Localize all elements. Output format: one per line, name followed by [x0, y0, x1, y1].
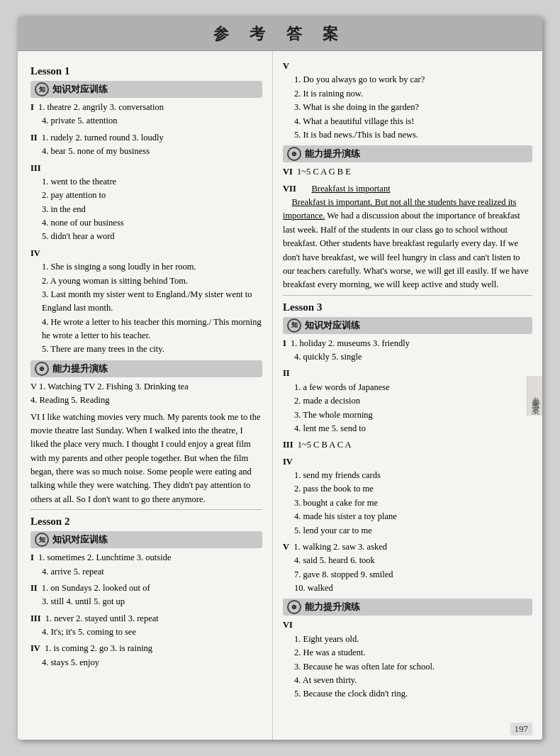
- left-column: Lesson 1 知 知识对应训练 I 1. theatre 2. angril…: [18, 51, 273, 740]
- right-column: V 1. Do you always go to work by car? 2.…: [273, 51, 542, 740]
- l3-II-items: 1. a few words of Japanese 2. made a dec…: [283, 381, 532, 436]
- lesson1-section1-label: 知识对应训练: [52, 83, 108, 96]
- l1-II-row1: II 1. rudely 2. turned round 3. loudly: [30, 131, 262, 145]
- page-wrapper: 参 考 答 案 Lesson 1 知 知识对应训练 I 1. theatre 2…: [0, 0, 560, 756]
- l3-VI-items: 1. Eight years old. 2. He was a student.…: [283, 633, 532, 701]
- l1-III-3: 3. in the end: [42, 203, 262, 216]
- l2-II-row2: 3. still 4. until 5. got up: [30, 595, 262, 608]
- right-V-items: 1. Do you always go to work by car? 2. I…: [283, 73, 532, 142]
- lesson2-II: II 1. on Sundays 2. looked out of 3. sti…: [30, 582, 262, 609]
- l3-III-row: III 1~5 C B A C A: [283, 438, 532, 452]
- lesson1-section2-header: ⊕ 能力提升演练: [30, 360, 262, 377]
- l3-II-3: 3. The whole morning: [294, 408, 532, 422]
- lesson3-title: Lesson 3: [283, 301, 532, 313]
- right-VII-title: Breakfast is important: [312, 184, 391, 194]
- l3-IV-3: 3. bought a cake for me: [294, 496, 532, 510]
- lesson3-section1-label: 知识对应训练: [305, 319, 360, 332]
- right-VI: VI 1~5 C A G B E: [283, 165, 532, 179]
- lesson-divider: [30, 509, 262, 510]
- l2-III-row2: 4. It's; it's 5. coming to see: [30, 626, 262, 639]
- right-V-3: 3. What is she doing in the garden?: [294, 101, 532, 114]
- l3-IV-1: 1. send my friends cards: [294, 469, 532, 482]
- book-page: 参 考 答 案 Lesson 1 知 知识对应训练 I 1. theatre 2…: [18, 16, 542, 740]
- l1-II-row2: 4. bear 5. none of my business: [30, 145, 262, 158]
- l1-IV-3: 3. Last month my sister went to England.…: [42, 288, 262, 316]
- knowledge-icon3: 知: [287, 318, 301, 333]
- l2-IV-row1: IV 1. is coming 2. go 3. is raining: [30, 642, 262, 655]
- right-VII-essay: Breakfast is important. But not all the …: [283, 196, 532, 292]
- lesson3-III: III 1~5 C B A C A: [283, 438, 532, 452]
- l2-II-row1: II 1. on Sundays 2. looked out of: [30, 582, 262, 595]
- ability-icon3: ⊕: [287, 600, 301, 614]
- lesson1-VI-essay: VI I like watching movies very much. My …: [30, 411, 262, 507]
- l1-I-row1: I 1. theatre 2. angrily 3. conversation: [30, 101, 262, 114]
- l1-IV-2: 2. A young woman is sitting behind Tom.: [42, 274, 262, 288]
- lesson1-title: Lesson 1: [30, 65, 262, 77]
- l1-IV-1: 1. She is singing a song loudly in her r…: [42, 260, 262, 274]
- lesson2-section1-label: 知识对应训练: [52, 533, 108, 546]
- l1-VI-essay-text: VI I like watching movies very much. My …: [30, 411, 262, 507]
- knowledge-icon: 知: [35, 82, 49, 96]
- lesson3-section2-label: 能力提升演练: [305, 601, 360, 613]
- l3-VI-1: 1. Eight years old.: [294, 633, 532, 646]
- l2-I-row2: 4. arrive 5. repeat: [30, 565, 262, 579]
- l1-IV-4: 4. He wrote a letter to his teacher this…: [42, 316, 262, 343]
- l1-III-items: 1. went to the theatre 2. pay attention …: [30, 175, 262, 244]
- l3-IV-4: 4. made his sister a toy plane: [294, 510, 532, 523]
- l1-I-row2: 4. private 5. attention: [30, 114, 262, 128]
- l3-VI-2: 2. He was a student.: [294, 646, 532, 660]
- l1-III-4: 4. none of our business: [42, 216, 262, 230]
- lesson2-section1-header: 知 知识对应训练: [30, 531, 262, 548]
- l1-III-label: III: [30, 162, 262, 175]
- right-VII-label: VII Breakfast is important: [283, 182, 532, 196]
- title-bar: 参 考 答 案: [18, 16, 542, 51]
- content-area: Lesson 1 知 知识对应训练 I 1. theatre 2. angril…: [18, 51, 542, 740]
- l3-I-row1: I 1. holiday 2. museums 3. friendly: [283, 337, 532, 350]
- l3-V-row4: 10. walked: [283, 582, 532, 595]
- l1-IV-items: 1. She is singing a song loudly in her r…: [30, 260, 262, 357]
- knowledge-icon2: 知: [35, 533, 49, 547]
- l1-III-5: 5. didn't hear a word: [42, 230, 262, 243]
- l3-I-row2: 4. quickly 5. single: [283, 350, 532, 364]
- lesson1-III: III 1. went to the theatre 2. pay attent…: [30, 162, 262, 244]
- l3-VI-3: 3. Because he was often late for school.: [294, 660, 532, 674]
- page-number: 197: [510, 723, 533, 735]
- l3-VI-5: 5. Because the clock didn't ring.: [294, 687, 532, 701]
- right-VII: VII Breakfast is important Breakfast is …: [283, 182, 532, 292]
- l3-II-label: II: [283, 367, 532, 380]
- l3-II-2: 2. made a decision: [294, 394, 532, 408]
- lesson2-III: III 1. never 2. stayed until 3. repeat 4…: [30, 612, 262, 640]
- lesson2-IV: IV 1. is coming 2. go 3. is raining 4. s…: [30, 642, 262, 669]
- lesson2-title: Lesson 2: [30, 516, 262, 528]
- l1-IV-label: IV: [30, 247, 262, 260]
- ability-icon: ⊕: [35, 362, 49, 376]
- lesson1-II: II 1. rudely 2. turned round 3. loudly 4…: [30, 131, 262, 159]
- lesson3-II: II 1. a few words of Japanese 2. made a …: [283, 367, 532, 435]
- l3-V-row3: 7. gave 8. stopped 9. smiled: [283, 568, 532, 582]
- l3-IV-items: 1. send my friends cards 2. pass the boo…: [283, 469, 532, 538]
- right-V-2: 2. It is raining now.: [294, 87, 532, 101]
- l3-II-1: 1. a few words of Japanese: [294, 381, 532, 394]
- right-section2-header: ⊕ 能力提升演练: [283, 145, 532, 162]
- lesson3-I: I 1. holiday 2. museums 3. friendly 4. q…: [283, 337, 532, 365]
- lesson2-I: I 1. sometimes 2. Lunchtime 3. outside 4…: [30, 551, 262, 579]
- l3-VI-label: VI: [283, 618, 532, 632]
- l1-V-row2: 4. Reading 5. Reading: [30, 394, 262, 407]
- l3-IV-2: 2. pass the book to me: [294, 482, 532, 496]
- l3-IV-label: IV: [283, 455, 532, 469]
- right-V-5: 5. It is bad news./This is bad news.: [294, 128, 532, 142]
- l1-III-1: 1. went to the theatre: [42, 175, 262, 189]
- l3-V-row1: V 1. walking 2. saw 3. asked: [283, 540, 532, 554]
- l1-V-row1: V 1. Watching TV 2. Fishing 3. Drinking …: [30, 380, 262, 394]
- l2-III-row1: III 1. never 2. stayed until 3. repeat: [30, 612, 262, 626]
- right-V-4: 4. What a beautiful village this is!: [294, 115, 532, 128]
- right-VI-text: VI 1~5 C A G B E: [283, 165, 532, 179]
- right-V: V 1. Do you always go to work by car? 2.…: [283, 60, 532, 142]
- lesson3-divider: [283, 295, 532, 296]
- lesson3-VI: VI 1. Eight years old. 2. He was a stude…: [283, 618, 532, 701]
- l1-IV-5: 5. There are many trees in the city.: [42, 343, 262, 356]
- lesson3-section2-header: ⊕ 能力提升演练: [283, 599, 532, 616]
- lesson1-I: I 1. theatre 2. angrily 3. conversation …: [30, 101, 262, 128]
- lesson1-section1-header: 知 知识对应训练: [30, 81, 262, 98]
- lesson3-IV: IV 1. send my friends cards 2. pass the …: [283, 455, 532, 538]
